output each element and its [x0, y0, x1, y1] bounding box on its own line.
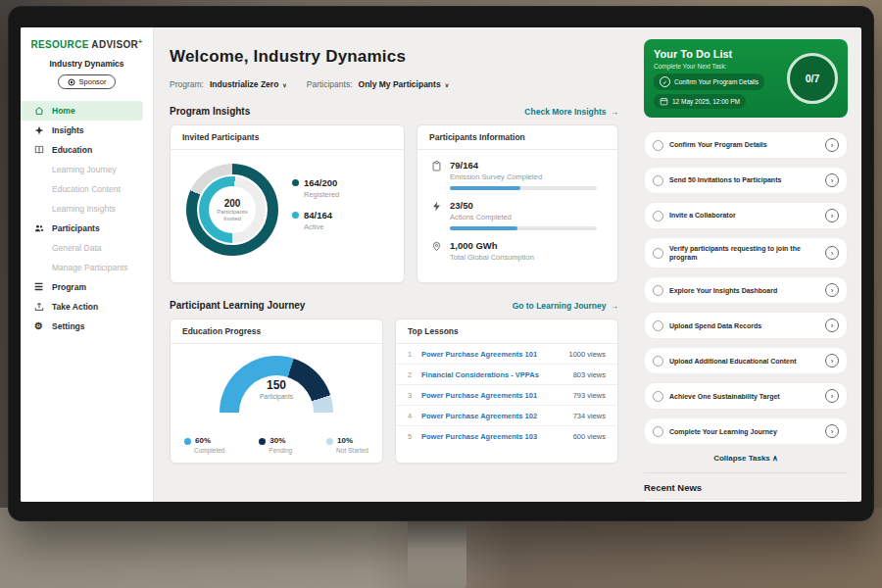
participants-filter-label: Participants:	[307, 79, 353, 89]
chevron-right-icon[interactable]: ›	[825, 424, 839, 438]
sidebar-item-label: Take Action	[52, 302, 98, 312]
stat-label: Emission Survey Completed	[450, 172, 597, 181]
task-item[interactable]: Achieve One Sustainability Target ›	[644, 382, 848, 410]
sidebar-item-participants[interactable]: Participants	[21, 219, 153, 238]
task-item[interactable]: Upload Spend Data Records ›	[644, 312, 848, 339]
lesson-link[interactable]: Financial Considerations - VPPAs	[421, 370, 573, 379]
invited-participants-donut-chart: 200 Participants Invited	[186, 164, 278, 256]
stat-value: 79/164	[450, 160, 597, 171]
lesson-link[interactable]: Power Purchase Agreements 103	[421, 432, 573, 441]
task-checkbox[interactable]	[653, 285, 663, 296]
lesson-link[interactable]: Power Purchase Agreements 101	[421, 391, 573, 400]
education-progress-gauge-chart: 150 Participants	[220, 356, 333, 415]
task-item[interactable]: Verify participants requesting to join t…	[644, 237, 848, 269]
chevron-right-icon[interactable]: ›	[825, 138, 839, 152]
participants-select[interactable]: Only My Participants ∨	[359, 79, 450, 89]
donut-center-value: 200	[224, 198, 241, 209]
task-item[interactable]: Upload Additional Educational Content ›	[644, 347, 848, 374]
donut-center: 200 Participants Invited	[209, 186, 256, 233]
task-checkbox[interactable]	[653, 356, 663, 367]
task-checkbox[interactable]	[653, 140, 663, 151]
task-checkbox[interactable]	[653, 320, 663, 331]
task-checkbox[interactable]	[653, 175, 663, 186]
take-action-icon	[34, 302, 45, 312]
sidebar-item-program[interactable]: ☰ Program	[21, 277, 153, 297]
legend-dot	[326, 438, 333, 445]
legend-value: 30%	[270, 436, 285, 445]
sidebar-item-insights[interactable]: Insights	[21, 121, 153, 140]
legend-item-completed: 60% Completed	[184, 436, 224, 454]
chevron-right-icon[interactable]: ›	[825, 354, 839, 368]
check-icon: ✓	[660, 76, 670, 87]
chevron-right-icon[interactable]: ›	[825, 173, 839, 187]
legend-dot	[259, 438, 266, 445]
task-list: Confirm Your Program Details › Send 50 I…	[644, 131, 848, 445]
chevron-glyph: ›	[831, 176, 834, 185]
chevron-glyph: ›	[831, 392, 834, 401]
sidebar-item-learning-insights[interactable]: Learning Insights	[21, 199, 153, 219]
check-more-insights-link[interactable]: Check More Insights →	[524, 107, 618, 117]
arrow-right-icon: →	[611, 107, 619, 117]
app-window: RESOURCE ADVISOR+ Industry Dynamics Spon…	[21, 27, 861, 502]
sidebar-item-label: Manage Participants	[52, 263, 128, 272]
go-to-learning-journey-link[interactable]: Go to Learning Journey →	[513, 301, 618, 311]
donut-center-label: Participants Invited	[209, 209, 256, 222]
sidebar-item-label: Learning Journey	[52, 165, 117, 174]
task-item[interactable]: Explore Your Insights Dashboard ›	[644, 276, 848, 304]
chevron-right-icon[interactable]: ›	[825, 389, 839, 403]
lesson-link[interactable]: Power Purchase Agreements 101	[421, 350, 568, 359]
chevron-right-icon[interactable]: ›	[825, 283, 839, 297]
sidebar-item-label: Participants	[52, 223, 100, 233]
legend-value: 60%	[195, 436, 211, 445]
stat-consumption: 1,000 GWh Total Global Consumption	[417, 230, 617, 262]
chevron-right-icon[interactable]: ›	[825, 209, 839, 222]
chevron-right-icon[interactable]: ›	[825, 318, 839, 332]
next-task-pill[interactable]: ✓ Confirm Your Program Details	[654, 74, 764, 90]
task-item[interactable]: Send 50 Invitations to Participants ›	[644, 167, 848, 194]
chevron-glyph: ›	[831, 141, 834, 150]
clipboard-icon	[431, 161, 442, 190]
lesson-row: 1 Power Purchase Agreements 101 1000 vie…	[396, 344, 617, 365]
logo-advisor: ADVISOR	[91, 39, 138, 50]
sidebar-item-label: General Data	[52, 243, 102, 253]
sidebar-item-settings[interactable]: ⚙ Settings	[21, 317, 153, 336]
sidebar-item-manage-participants[interactable]: Manage Participants	[21, 258, 153, 277]
collapse-label: Collapse Tasks	[713, 454, 770, 463]
legend-value: 84/164	[304, 210, 332, 220]
sidebar-item-label: Education	[52, 145, 92, 155]
sidebar-item-take-action[interactable]: Take Action	[21, 297, 153, 317]
sidebar-item-education-content[interactable]: Education Content	[21, 179, 153, 199]
task-item[interactable]: Confirm Your Program Details ›	[644, 131, 848, 159]
task-checkbox[interactable]	[653, 248, 663, 259]
sidebar-item-general-data[interactable]: General Data	[21, 238, 153, 258]
gauge-center-label: Participants	[220, 393, 333, 400]
task-checkbox[interactable]	[653, 211, 663, 221]
program-select[interactable]: Industrialize Zero ∨	[210, 79, 287, 89]
donut-legend: 164/200 Registered 84/164 Active	[292, 177, 339, 242]
actions-progress-bar	[450, 226, 597, 230]
chevron-right-icon[interactable]: ›	[825, 246, 839, 260]
lesson-link[interactable]: Power Purchase Agreements 102	[421, 412, 573, 420]
sidebar-item-learning-journey[interactable]: Learning Journey	[21, 160, 153, 179]
sidebar-item-education[interactable]: Education	[21, 140, 153, 160]
section-title: Participant Learning Journey	[170, 300, 305, 311]
chevron-up-icon: ∧	[772, 454, 778, 463]
stat-actions: 23/50 Actions Completed	[417, 190, 617, 230]
task-checkbox[interactable]	[653, 391, 663, 402]
todo-summary-card: Your To Do List Complete Your Next Task:…	[644, 39, 848, 118]
due-date-label: 12 May 2025, 12:00 PM	[672, 98, 740, 105]
page-title: Welcome, Industry Dynamics	[170, 47, 618, 67]
stat-value: 23/50	[450, 200, 597, 211]
chevron-down-icon: ∨	[282, 81, 286, 88]
todo-progress-value: 0/7	[806, 73, 820, 84]
task-label: Confirm Your Program Details	[669, 140, 819, 149]
task-checkbox[interactable]	[653, 426, 663, 437]
learning-journey-header: Participant Learning Journey Go to Learn…	[170, 300, 618, 311]
task-label: Verify participants requesting to join t…	[669, 244, 819, 262]
collapse-tasks-button[interactable]: Collapse Tasks ∧	[644, 454, 848, 463]
task-item[interactable]: Invite a Collaborator ›	[644, 202, 848, 229]
legend-value: 10%	[337, 436, 353, 445]
divider	[644, 472, 848, 473]
sidebar-item-home[interactable]: Home	[21, 101, 143, 121]
task-item[interactable]: Complete Your Learning Journey ›	[644, 417, 848, 445]
